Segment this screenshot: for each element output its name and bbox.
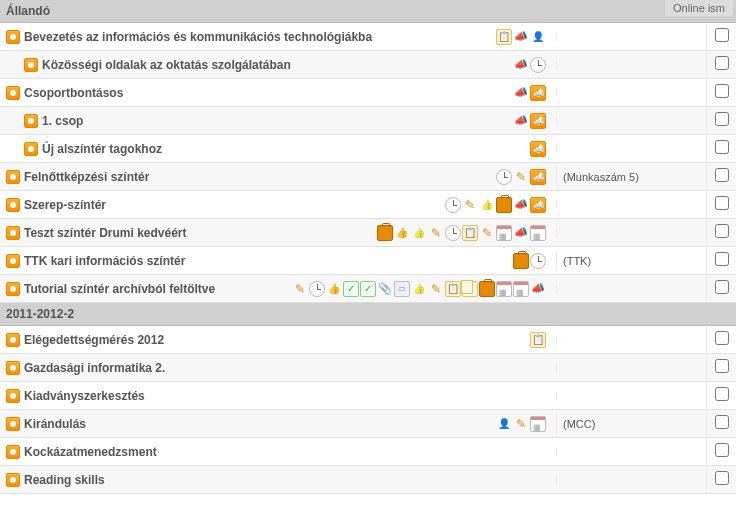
expand-icon[interactable] [6,445,20,459]
course-link[interactable]: Felnőttképzési színtér [24,170,149,184]
pencil-icon[interactable] [428,225,444,241]
pencil-icon[interactable] [428,281,444,297]
select-checkbox[interactable] [715,359,729,373]
select-checkbox[interactable] [715,56,729,70]
horn-plain-icon[interactable] [513,29,529,45]
pencil-icon[interactable] [479,225,495,241]
clipboard-icon[interactable] [462,225,478,241]
brief-icon[interactable] [377,225,393,241]
course-link[interactable]: Elégedettségmérés 2012 [24,333,164,347]
thumb-y-icon[interactable] [411,281,427,297]
select-checkbox[interactable] [715,387,729,401]
select-checkbox[interactable] [715,196,729,210]
select-checkbox[interactable] [715,84,729,98]
course-link[interactable]: Kockázatmenedzsment [24,445,157,459]
checkbox-cell [706,383,736,408]
thumb-y-icon[interactable] [411,225,427,241]
pencil-icon[interactable] [292,281,308,297]
select-checkbox[interactable] [715,224,729,238]
thumb-icon[interactable] [326,281,342,297]
select-checkbox[interactable] [715,280,729,294]
horn-icon[interactable] [530,141,546,157]
horn-icon[interactable] [530,113,546,129]
horn-icon[interactable] [530,197,546,213]
check-g-icon[interactable] [343,281,359,297]
select-checkbox[interactable] [715,112,729,126]
clock-icon[interactable] [445,225,461,241]
course-link[interactable]: Kiadványszerkesztés [24,389,145,403]
brief-icon[interactable] [496,197,512,213]
select-checkbox[interactable] [715,252,729,266]
course-link[interactable]: TTK kari információs színtér [24,254,185,268]
horn-icon[interactable] [530,85,546,101]
clock-icon[interactable] [445,197,461,213]
thumb-icon[interactable] [394,225,410,241]
clock-icon[interactable] [309,281,325,297]
course-link[interactable]: Teszt színtér Drumi kedvéért [24,226,187,240]
expand-icon[interactable] [6,389,20,403]
expand-icon[interactable] [6,473,20,487]
clipboard-icon[interactable] [445,281,461,297]
clipboard-icon[interactable] [530,332,546,348]
expand-icon[interactable] [6,226,20,240]
clip-icon[interactable] [377,281,393,297]
course-link[interactable]: Közösségi oldalak az oktatás szolgálatáb… [42,58,291,72]
book-icon[interactable] [394,281,410,297]
course-link[interactable]: Új alszíntér tagokhoz [42,142,162,156]
horn-plain-icon[interactable] [513,225,529,241]
pencil-icon[interactable] [462,197,478,213]
expand-icon[interactable] [24,142,38,156]
clipboard-icon[interactable] [496,29,512,45]
horn-icon[interactable] [530,169,546,185]
clock-icon[interactable] [530,253,546,269]
course-link[interactable]: Tutorial színtér archívból feltöltve [24,282,215,296]
course-link[interactable]: Gazdasági informatika 2. [24,361,165,375]
cal-icon[interactable] [496,281,512,297]
horn-plain-icon[interactable] [513,113,529,129]
course-link[interactable]: Bevezetés az információs és kommunikáció… [24,30,372,44]
expand-icon[interactable] [24,114,38,128]
brief-icon[interactable] [479,281,495,297]
select-checkbox[interactable] [715,443,729,457]
course-link[interactable]: Csoportbontásos [24,86,123,100]
select-checkbox[interactable] [715,471,729,485]
course-link[interactable]: Reading skills [24,473,105,487]
expand-icon[interactable] [6,417,20,431]
cal-icon[interactable] [496,225,512,241]
expand-icon[interactable] [6,254,20,268]
course-link[interactable]: Kirándulás [24,417,86,431]
select-checkbox[interactable] [715,28,729,42]
expand-icon[interactable] [6,361,20,375]
expand-icon[interactable] [24,58,38,72]
copy-icon[interactable] [462,281,478,297]
expand-icon[interactable] [6,170,20,184]
person-icon[interactable] [530,29,546,45]
horn-plain-icon[interactable] [530,281,546,297]
expand-icon[interactable] [6,198,20,212]
person-icon[interactable] [496,416,512,432]
clock-icon[interactable] [530,57,546,73]
horn-plain-icon[interactable] [513,57,529,73]
expand-icon[interactable] [6,282,20,296]
select-checkbox[interactable] [715,168,729,182]
top-tab[interactable]: Online ism [665,0,733,16]
thumb-y-icon[interactable] [479,197,495,213]
pencil-icon[interactable] [513,169,529,185]
expand-icon[interactable] [6,30,20,44]
expand-icon[interactable] [6,86,20,100]
select-checkbox[interactable] [715,331,729,345]
select-checkbox[interactable] [715,140,729,154]
horn-plain-icon[interactable] [513,197,529,213]
select-checkbox[interactable] [715,415,729,429]
horn-plain-icon[interactable] [513,85,529,101]
expand-icon[interactable] [6,333,20,347]
cal-icon[interactable] [530,416,546,432]
course-link[interactable]: Szerep-színtér [24,198,106,212]
brief-icon[interactable] [513,253,529,269]
check-g-icon[interactable] [360,281,376,297]
cal-icon[interactable] [513,281,529,297]
cal-icon[interactable] [530,225,546,241]
pencil-icon[interactable] [513,416,529,432]
course-link[interactable]: 1. csop [42,114,83,128]
clock-icon[interactable] [496,169,512,185]
